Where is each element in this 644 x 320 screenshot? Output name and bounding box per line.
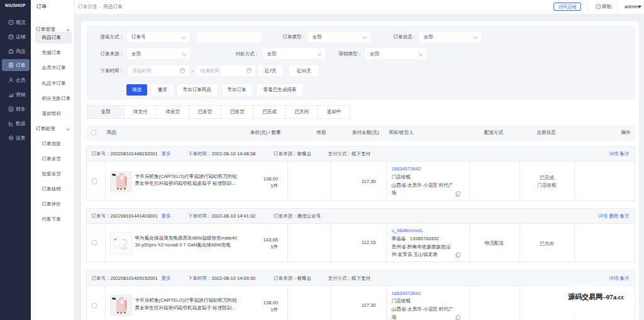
svg-text:?: ? (597, 5, 599, 9)
